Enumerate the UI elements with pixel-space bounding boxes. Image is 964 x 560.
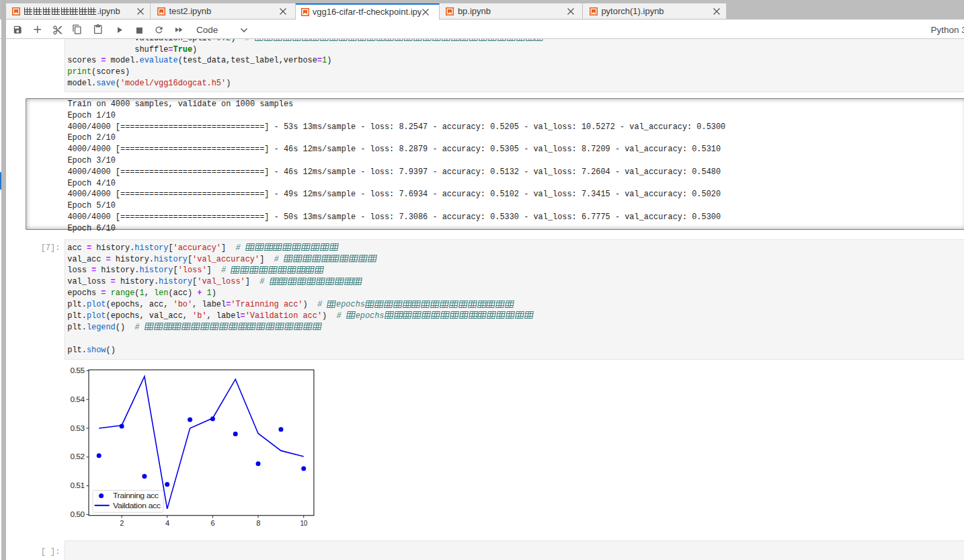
svg-text:0.51: 0.51 xyxy=(71,481,85,489)
svg-text:0.54: 0.54 xyxy=(71,395,85,403)
svg-text:6: 6 xyxy=(211,519,215,527)
svg-text:8: 8 xyxy=(256,519,260,527)
svg-text:0.50: 0.50 xyxy=(71,510,85,518)
svg-text:10: 10 xyxy=(300,519,308,527)
svg-text:4: 4 xyxy=(165,519,169,527)
svg-text:Vaildation acc: Vaildation acc xyxy=(113,502,161,510)
svg-text:2: 2 xyxy=(120,519,124,527)
svg-text:0.52: 0.52 xyxy=(71,452,85,461)
svg-text:Trainning acc: Trainning acc xyxy=(113,491,159,499)
svg-text:0.53: 0.53 xyxy=(71,424,85,432)
svg-text:0.55: 0.55 xyxy=(71,366,85,374)
